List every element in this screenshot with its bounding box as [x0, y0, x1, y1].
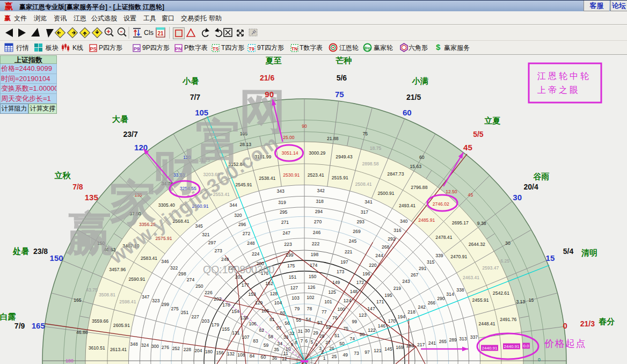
svg-text:75: 75 [362, 131, 368, 136]
svg-text:121: 121 [374, 348, 382, 353]
svg-text:2478.41: 2478.41 [435, 235, 452, 240]
svg-text:2: 2 [322, 350, 324, 355]
svg-text:23/8: 23/8 [33, 247, 48, 256]
svg-text:165: 165 [32, 321, 45, 330]
svg-text:150: 150 [309, 274, 317, 279]
svg-text:125: 125 [328, 289, 336, 295]
svg-text:97: 97 [364, 350, 370, 355]
svg-text:299: 299 [162, 302, 170, 307]
svg-text:2440.91: 2440.91 [504, 344, 520, 349]
svg-text:77: 77 [322, 309, 327, 315]
svg-text:81: 81 [269, 317, 275, 322]
svg-text:谷雨: 谷雨 [533, 172, 550, 181]
svg-text:154: 154 [231, 309, 239, 314]
svg-text:323: 323 [152, 298, 160, 303]
svg-text:130: 130 [240, 315, 249, 321]
svg-text:4: 4 [315, 342, 317, 347]
svg-text:2605.91: 2605.91 [113, 323, 130, 328]
svg-text:9.38: 9.38 [477, 221, 486, 226]
svg-text:21/6: 21/6 [260, 74, 274, 82]
svg-text:316: 316 [393, 228, 402, 233]
svg-text:223: 223 [284, 242, 292, 247]
svg-text:23/7: 23/7 [123, 130, 137, 139]
svg-text:149: 149 [332, 280, 340, 285]
svg-text:33: 33 [283, 334, 289, 340]
svg-text:32: 32 [289, 331, 295, 336]
svg-text:131: 131 [232, 330, 240, 336]
svg-text:2538.41: 2538.41 [259, 176, 275, 181]
svg-text:128: 128 [270, 291, 278, 296]
svg-text:5/6: 5/6 [337, 74, 347, 82]
svg-text:99: 99 [352, 319, 357, 324]
svg-text:9: 9 [291, 342, 294, 347]
svg-text:49: 49 [343, 352, 348, 358]
svg-text:2695.17: 2695.17 [452, 220, 469, 225]
svg-text:2523.41: 2523.41 [308, 172, 324, 178]
svg-text:100: 100 [338, 307, 346, 312]
svg-text:108: 108 [237, 352, 245, 358]
svg-text:2746.02: 2746.02 [433, 201, 449, 207]
svg-text:218: 218 [407, 309, 415, 315]
svg-text:P9: P9 [134, 46, 140, 52]
svg-text:76: 76 [332, 315, 338, 321]
svg-text:180: 180 [205, 349, 213, 354]
svg-text:2508.41: 2508.41 [355, 181, 372, 187]
svg-text:273: 273 [215, 248, 223, 253]
svg-text:30: 30 [505, 241, 511, 246]
svg-text:147: 147 [367, 306, 375, 311]
svg-text:105: 105 [261, 308, 269, 314]
svg-text:60: 60 [419, 155, 425, 160]
svg-text:198: 198 [311, 252, 319, 257]
svg-text:151: 151 [289, 274, 297, 280]
svg-text:7/7: 7/7 [190, 93, 201, 101]
svg-text:243: 243 [402, 279, 410, 284]
svg-text:344: 344 [230, 202, 238, 208]
svg-text:34: 34 [278, 341, 283, 346]
svg-text:339: 339 [435, 253, 443, 258]
svg-text:242: 242 [418, 304, 426, 310]
svg-text:Big: Big [364, 46, 370, 50]
svg-text:132: 132 [227, 351, 235, 356]
svg-text:179: 179 [212, 322, 220, 327]
svg-text:79: 79 [295, 306, 300, 311]
svg-text:5/5: 5/5 [473, 130, 484, 139]
svg-text:83: 83 [253, 338, 258, 344]
svg-text:29: 29 [313, 330, 318, 336]
svg-text:321: 321 [202, 232, 210, 237]
svg-text:3: 3 [319, 346, 322, 351]
svg-text:269: 269 [353, 229, 361, 234]
svg-text:135: 135 [85, 193, 98, 202]
svg-text:203: 203 [202, 318, 210, 324]
svg-text:3.13: 3.13 [516, 299, 525, 304]
svg-text:2500.91: 2500.91 [378, 191, 395, 196]
svg-text:103: 103 [291, 295, 300, 301]
svg-text:0: 0 [538, 357, 541, 362]
svg-text:56: 56 [285, 321, 290, 326]
svg-text:27: 27 [325, 340, 331, 345]
svg-text:202: 202 [214, 296, 222, 302]
svg-text:346: 346 [161, 259, 169, 264]
svg-text:6: 6 [305, 338, 308, 344]
svg-text:30: 30 [305, 328, 310, 333]
svg-text:222: 222 [312, 241, 320, 246]
svg-text:2593.47: 2593.47 [482, 265, 499, 271]
svg-text:15: 15 [546, 253, 555, 263]
svg-text:250: 250 [195, 283, 203, 289]
svg-text:319: 319 [278, 200, 286, 205]
svg-text:2949.43: 2949.43 [336, 154, 352, 159]
svg-text:2440.91: 2440.91 [482, 346, 498, 351]
svg-text:292: 292 [388, 236, 396, 242]
svg-text:2598.41: 2598.41 [119, 299, 136, 304]
svg-text:102: 102 [307, 295, 315, 300]
svg-text:7/9: 7/9 [14, 322, 25, 330]
svg-text:3610.51: 3610.51 [89, 345, 105, 351]
svg-text:219: 219 [393, 286, 402, 291]
svg-text:178: 178 [222, 302, 230, 308]
svg-text:98: 98 [360, 332, 365, 337]
svg-text:199: 199 [286, 252, 294, 258]
svg-text:网: 网 [239, 84, 286, 137]
svg-text:174: 174 [310, 263, 318, 268]
svg-text:152: 152 [265, 281, 273, 286]
svg-text:36: 36 [272, 355, 278, 361]
svg-text:251: 251 [181, 310, 189, 315]
